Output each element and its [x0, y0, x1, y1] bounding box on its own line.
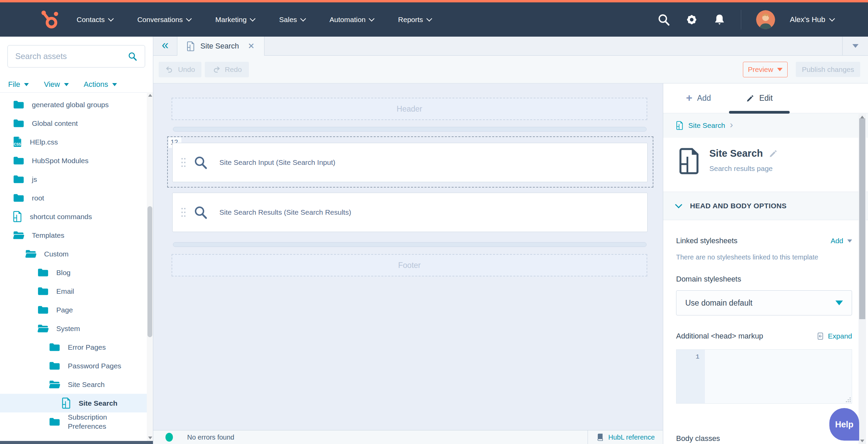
scrollbar-thumb[interactable] [859, 118, 865, 319]
tree-item[interactable]: HubSpot Modules [0, 151, 153, 170]
book-icon [596, 433, 604, 442]
search-placeholder: Search assets [15, 52, 128, 61]
breadcrumb-site-search[interactable]: Site Search [688, 121, 725, 130]
preview-button[interactable]: Preview [743, 62, 788, 77]
drag-handle-icon[interactable] [181, 158, 185, 167]
menu-actions[interactable]: Actions [84, 80, 117, 89]
tree-item[interactable]: shortcut commands [0, 207, 153, 226]
menu-view[interactable]: View [44, 80, 68, 89]
redo-button[interactable]: Redo [205, 62, 249, 77]
tree-item[interactable]: Email [0, 282, 153, 301]
breadcrumb: Site Search › [663, 113, 868, 138]
rename-pencil-icon[interactable] [769, 149, 778, 158]
sidebar-horizontal-scrollbar[interactable] [0, 441, 153, 444]
hubl-reference-link[interactable]: HubL reference [588, 430, 663, 444]
redo-icon [212, 65, 221, 74]
editor-content-row: Header 12 Site Search Input (Site Search… [153, 83, 868, 444]
tree-item[interactable]: Global content [0, 114, 153, 133]
asset-search-input[interactable]: Search assets [7, 45, 145, 67]
add-stylesheet-dropdown[interactable]: Add [831, 237, 852, 245]
tree-item-selected[interactable]: Site Search [0, 394, 153, 412]
scroll-down-arrow-icon[interactable] [860, 440, 864, 442]
expand-editor-link[interactable]: Expand [817, 332, 852, 340]
tree-item[interactable]: Error Pages [0, 338, 153, 356]
close-tab-icon[interactable]: ✕ [248, 41, 255, 51]
module-site-search-results[interactable]: Site Search Results (Site Search Results… [172, 193, 648, 232]
no-stylesheets-text: There are no stylesheets linked to this … [676, 253, 852, 261]
caret-down-icon [847, 239, 852, 243]
nav-item-reports[interactable]: Reports [398, 16, 431, 24]
scrollbar-thumb[interactable] [147, 206, 152, 337]
tree-item[interactable]: Blog [0, 263, 153, 282]
caret-down-icon [835, 301, 843, 305]
search-icon[interactable] [128, 52, 137, 61]
head-body-options-section-header[interactable]: HEAD AND BODY OPTIONS [663, 192, 868, 220]
menu-file[interactable]: File [8, 80, 29, 89]
chevron-down-icon [369, 16, 375, 21]
caret-down-icon [112, 83, 117, 86]
nav-item-automation[interactable]: Automation [330, 16, 374, 24]
tree-item[interactable]: HElp.css [0, 133, 153, 151]
tab-overflow-button[interactable] [842, 37, 868, 55]
chevron-down-icon [108, 16, 114, 21]
tree-item[interactable]: Password Pages [0, 356, 153, 375]
code-editor-area[interactable] [705, 350, 852, 403]
settings-gear-icon[interactable] [685, 13, 698, 26]
template-info: Site Search Search results page [663, 138, 868, 192]
footer-placeholder[interactable]: Footer [172, 254, 647, 276]
design-manager-app: Contacts Conversations Marketing Sales A… [0, 0, 868, 444]
domain-stylesheets-select[interactable]: Use domain default [676, 290, 852, 315]
scroll-down-arrow-icon[interactable] [148, 437, 152, 439]
publish-changes-button[interactable]: Publish changes [796, 62, 860, 77]
hubspot-sprocket-logo[interactable] [39, 9, 60, 30]
tab-add[interactable]: + Add [668, 83, 729, 113]
search-module-icon [194, 155, 208, 170]
nav-item-contacts[interactable]: Contacts [77, 16, 113, 24]
search-icon[interactable] [657, 13, 670, 26]
help-button[interactable]: Help [829, 408, 859, 441]
nav-item-conversations[interactable]: Conversations [137, 16, 191, 24]
folder-icon [49, 361, 60, 371]
spacer-block[interactable] [173, 242, 647, 247]
tree-item[interactable]: Page [0, 301, 153, 319]
account-name: Alex's Hub [790, 15, 825, 24]
tree-item[interactable]: Site Search [0, 375, 153, 394]
undo-button[interactable]: Undo [159, 62, 201, 77]
folder-icon [13, 156, 24, 166]
tree-item[interactable]: Custom [0, 245, 153, 263]
module-site-search-input[interactable]: Site Search Input (Site Search Input) [172, 143, 648, 182]
tree-item[interactable]: root [0, 189, 153, 207]
account-menu[interactable]: Alex's Hub [790, 15, 834, 24]
tree-item[interactable]: Subscription Preferences [0, 412, 153, 431]
folder-icon [37, 286, 49, 296]
chevron-right-icon: › [730, 119, 733, 130]
scroll-up-arrow-icon[interactable] [860, 116, 864, 118]
collapse-sidebar-button[interactable]: « [153, 37, 177, 55]
tree-item[interactable]: js [0, 170, 153, 189]
tab-site-search[interactable]: Site Search ✕ [177, 37, 264, 56]
scroll-up-arrow-icon[interactable] [148, 94, 152, 97]
sidebar-scrollbar[interactable] [147, 92, 153, 441]
folder-icon [13, 193, 24, 203]
tab-edit[interactable]: Edit [729, 83, 790, 113]
header-placeholder[interactable]: Header [172, 98, 647, 120]
drag-handle-icon[interactable] [181, 208, 185, 217]
editor-tab-bar: « Site Search ✕ [153, 37, 868, 56]
tree-item[interactable]: System [0, 319, 153, 338]
finder-menubar: File View Actions [8, 80, 117, 89]
user-avatar[interactable] [756, 10, 775, 29]
spacer-block[interactable] [173, 127, 647, 132]
search-module-icon [194, 205, 208, 219]
nav-item-sales[interactable]: Sales [279, 16, 305, 24]
tabbar-spacer [264, 37, 842, 55]
finder-sidebar: Search assets File View Actions generate… [0, 37, 153, 444]
head-markup-code-editor[interactable]: 1 [676, 349, 852, 404]
line-number-gutter: 1 [676, 350, 705, 403]
notifications-bell-icon[interactable] [713, 13, 726, 26]
panel-scrollbar[interactable] [859, 114, 866, 444]
tree-item[interactable]: generated global groups [0, 95, 153, 114]
tree-item[interactable]: Templates [0, 226, 153, 245]
nav-item-marketing[interactable]: Marketing [215, 16, 255, 24]
resize-handle-icon[interactable] [846, 397, 851, 402]
template-file-icon [13, 211, 22, 222]
